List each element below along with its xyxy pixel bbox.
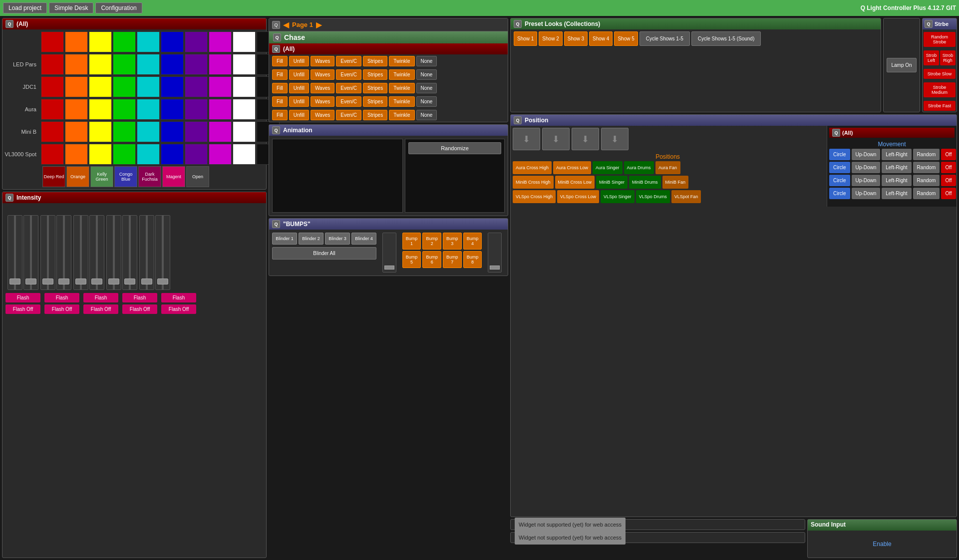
swatch-green-led[interactable] <box>113 54 136 75</box>
aura-cross-low-btn[interactable]: Aura Cross Low <box>553 161 591 174</box>
fader-thumb-1b[interactable] <box>25 279 36 284</box>
none-btn-3[interactable]: None <box>416 83 437 93</box>
swatch-red-led[interactable] <box>41 54 64 75</box>
circle-btn-aura[interactable]: Circle <box>829 162 850 173</box>
swatch-green-jdc1[interactable] <box>113 76 136 97</box>
swatch-orange-aura[interactable] <box>65 99 88 120</box>
circle-btn-all[interactable]: Circle <box>829 149 850 160</box>
random-btn-vlspot[interactable]: Random <box>913 188 940 199</box>
fader-thumb-3b[interactable] <box>91 279 102 284</box>
swatch-magenta-vl3000[interactable] <box>209 144 232 165</box>
bump-5-button[interactable]: Bump 5 <box>402 251 421 268</box>
stripes-btn-4[interactable]: Stripes <box>363 96 387 107</box>
swatch-blue-minib[interactable] <box>161 121 184 142</box>
random-btn-minib[interactable]: Random <box>913 175 940 186</box>
none-btn-1[interactable]: None <box>416 56 437 66</box>
minib-cross-low-btn[interactable]: MiniB Cross Low <box>555 176 595 189</box>
off-btn-minib[interactable]: Off <box>941 175 956 186</box>
load-project-button[interactable]: Load project <box>3 2 47 13</box>
twinkle-btn-1[interactable]: Twinkle <box>389 56 414 66</box>
twinkle-btn-3[interactable]: Twinkle <box>389 83 414 93</box>
swatch-orange-all[interactable] <box>65 31 88 52</box>
waves-btn-4[interactable]: Waves <box>311 96 334 107</box>
swatch-magenta-led[interactable] <box>209 54 232 75</box>
strobe-medium-button[interactable]: Strobe Medium <box>924 82 956 97</box>
leftright-btn-vlspot[interactable]: Left-Right <box>882 188 911 199</box>
swatch-white-led[interactable] <box>233 54 256 75</box>
pos-icon-1[interactable]: ⬇ <box>513 128 540 150</box>
swatch-cyan-led[interactable] <box>137 54 160 75</box>
flash-off-button-3[interactable]: Flash Off <box>83 304 118 314</box>
fader-thumb-2a[interactable] <box>42 279 53 284</box>
fill-btn-4[interactable]: Fill <box>272 96 288 107</box>
bump-1-button[interactable]: Bump 1 <box>402 233 421 250</box>
deep-red-button[interactable]: Deep Red <box>42 166 65 187</box>
swatch-orange-minib[interactable] <box>65 121 88 142</box>
aura-cross-high-btn[interactable]: Aura Cross High <box>513 161 552 174</box>
swatch-red-jdc1[interactable] <box>41 76 64 97</box>
updown-btn-aura[interactable]: Up-Down <box>852 162 881 173</box>
fader-track-5b[interactable] <box>155 215 170 290</box>
vlspot-drums-btn[interactable]: VLSpo Drums <box>636 190 670 203</box>
minib-fan-btn[interactable]: MiniB Fan <box>662 176 689 189</box>
fader-thumb-4a[interactable] <box>108 279 119 284</box>
off-btn-aura[interactable]: Off <box>941 162 956 173</box>
congo-blue-button[interactable]: Congo Blue <box>114 166 137 187</box>
bump-3-button[interactable]: Bump 3 <box>443 233 462 250</box>
twinkle-btn-2[interactable]: Twinkle <box>389 69 414 80</box>
minib-singer-btn[interactable]: MiniB Singer <box>596 176 628 189</box>
fader-track-2b[interactable] <box>56 215 71 290</box>
swatch-purple-led[interactable] <box>185 54 208 75</box>
vlspot-fan-btn[interactable]: VLSpot Fan <box>671 190 701 203</box>
fader-thumb-5b[interactable] <box>157 279 168 284</box>
random-btn-all[interactable]: Random <box>913 149 940 160</box>
fill-btn-3[interactable]: Fill <box>272 83 288 93</box>
configuration-button[interactable]: Configuration <box>95 2 142 13</box>
swatch-green-aura[interactable] <box>113 99 136 120</box>
waves-btn-1[interactable]: Waves <box>311 56 334 66</box>
show-3-button[interactable]: Show 3 <box>564 31 588 46</box>
swatch-purple-vl3000[interactable] <box>185 144 208 165</box>
open-button[interactable]: Open <box>186 166 209 187</box>
pos-icon-4[interactable]: ⬇ <box>601 128 629 150</box>
off-btn-vlspot[interactable]: Off <box>941 188 956 199</box>
vlspot-cross-low-btn[interactable]: VLSpo Cross Low <box>557 190 599 203</box>
strobe-fast-button[interactable]: Strobe Fast <box>924 101 956 111</box>
bump-2-button[interactable]: Bump 2 <box>422 233 441 250</box>
fill-btn-1[interactable]: Fill <box>272 56 288 66</box>
swatch-cyan-vl3000[interactable] <box>137 144 160 165</box>
swatch-yellow-all[interactable] <box>89 31 112 52</box>
swatch-cyan-jdc1[interactable] <box>137 76 160 97</box>
swatch-purple-jdc1[interactable] <box>185 76 208 97</box>
even-btn-3[interactable]: Even/C <box>336 83 361 93</box>
stripes-btn-1[interactable]: Stripes <box>363 56 387 66</box>
show-5-button[interactable]: Show 5 <box>614 31 638 46</box>
show-1-button[interactable]: Show 1 <box>514 31 537 46</box>
swatch-blue-all[interactable] <box>161 31 184 52</box>
swatch-yellow-jdc1[interactable] <box>89 76 112 97</box>
bumps-fader[interactable] <box>382 233 396 273</box>
even-btn-5[interactable]: Even/C <box>336 110 361 120</box>
swatch-magenta-aura[interactable] <box>209 99 232 120</box>
animation-canvas-left[interactable] <box>272 139 403 213</box>
none-btn-2[interactable]: None <box>416 69 437 80</box>
strobe-left-button[interactable]: Strob Left <box>924 50 939 65</box>
blinder-4-button[interactable]: Blinder 4 <box>351 233 376 245</box>
bumps-fader-right[interactable] <box>488 233 502 273</box>
fader-track-2a[interactable] <box>40 215 55 290</box>
swatch-magenta-all[interactable] <box>209 31 232 52</box>
swatch-white-jdc1[interactable] <box>233 76 256 97</box>
swatch-cyan-all[interactable] <box>137 31 160 52</box>
swatch-green-minib[interactable] <box>113 121 136 142</box>
page-prev-button[interactable]: ◀ <box>283 20 289 29</box>
unfill-btn-4[interactable]: Unfill <box>289 96 309 107</box>
dark-fuchsia-button[interactable]: Dark Fuchsia <box>138 166 161 187</box>
stripes-btn-3[interactable]: Stripes <box>363 83 387 93</box>
randomize-button[interactable]: Randomize <box>408 142 501 154</box>
swatch-cyan-aura[interactable] <box>137 99 160 120</box>
fader-track-3b[interactable] <box>89 215 104 290</box>
swatch-red-aura[interactable] <box>41 99 64 120</box>
off-btn-all[interactable]: Off <box>941 149 956 160</box>
pos-icon-2[interactable]: ⬇ <box>542 128 570 150</box>
bump-7-button[interactable]: Bump 7 <box>443 251 462 268</box>
